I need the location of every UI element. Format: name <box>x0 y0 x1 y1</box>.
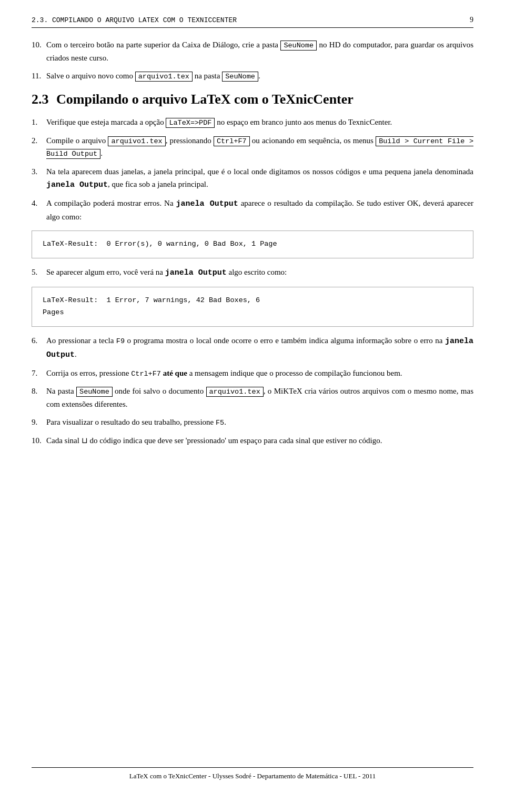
list-item: 11. Salve o arquivo novo como arquivo1.t… <box>32 69 473 83</box>
header-title: 2.3. COMPILANDO O ARQUIVO LATEX COM O TE… <box>32 16 237 24</box>
item-text: Verifique que esteja marcada a opção LaT… <box>46 116 473 129</box>
arquivo1-tex-box-2: arquivo1.tex <box>108 136 165 146</box>
janela-output-ref-4: janela Output <box>46 337 473 359</box>
section-number: 2.3 <box>32 92 49 107</box>
code-block-1: LaTeX-Result: 0 Error(s), 0 warning, 0 B… <box>32 230 473 258</box>
arquivo1-tex-box: arquivo1.tex <box>135 72 193 82</box>
item-text: A compilação poderá mostrar erros. Na ja… <box>46 197 473 223</box>
item-text: Salve o arquivo novo como arquivo1.tex n… <box>46 69 473 83</box>
code-block-2: LaTeX-Result: 1 Error, 7 warnings, 42 Ba… <box>32 287 473 327</box>
section-title: Compilando o arquivo LaTeX com o TeXnicC… <box>56 92 354 107</box>
item-text: Para visualizar o resultado do seu traba… <box>46 416 473 429</box>
list-item: 2. Compile o arquivo arquivo1.tex, press… <box>32 134 473 160</box>
seunome-box-2: SeuNome <box>222 72 258 82</box>
item-text: Compile o arquivo arquivo1.tex, pression… <box>46 134 473 160</box>
item-number: 5. <box>32 266 46 279</box>
list-item: 3. Na tela aparecem duas janelas, a jane… <box>32 165 473 192</box>
main-content: 10. Com o terceiro botão na parte superi… <box>32 38 473 767</box>
ctrl-f7-key: Ctrl+F7 <box>131 370 161 378</box>
item-number: 9. <box>32 416 46 429</box>
f9-key: F9 <box>116 337 125 345</box>
page-footer: LaTeX com o TeXnicCenter - Ulysses Sodré… <box>32 767 473 780</box>
item-text: Cada sinal ⊔ do código indica que deve s… <box>46 434 473 447</box>
item-number: 1. <box>32 116 46 129</box>
header-page-number: 9 <box>470 16 473 24</box>
list-item: 1. Verifique que esteja marcada a opção … <box>32 116 473 129</box>
list-item: 7. Corrija os erros, pressione Ctrl+F7 a… <box>32 367 473 380</box>
item-text: Com o terceiro botão na parte superior d… <box>46 38 473 64</box>
item-text: Se aparecer algum erro, você verá na jan… <box>46 266 473 279</box>
list-item: 6. Ao pressionar a tecla F9 o programa m… <box>32 334 473 362</box>
item-number: 6. <box>32 334 46 362</box>
item-number: 10. <box>32 434 46 447</box>
latex-pdf-box: LaTeX=>PDF <box>166 118 215 128</box>
seunome-box-3: SeuNome <box>76 387 113 397</box>
list-item: 4. A compilação poderá mostrar erros. Na… <box>32 197 473 223</box>
footer-text: LaTeX com o TeXnicCenter - Ulysses Sodré… <box>129 772 376 780</box>
item-number: 8. <box>32 385 46 410</box>
list-item: 10. Com o terceiro botão na parte superi… <box>32 38 473 64</box>
ctrl-f7-box: Ctrl+F7 <box>214 136 250 146</box>
list-item: 8. Na pasta SeuNome onde foi salvo o doc… <box>32 385 473 410</box>
item-number: 2. <box>32 134 46 160</box>
item-number: 4. <box>32 197 46 223</box>
janela-output-ref-1: janela Output <box>46 181 108 189</box>
item-text: Corrija os erros, pressione Ctrl+F7 até … <box>46 367 473 380</box>
janela-output-ref-3: janela Output <box>165 268 227 277</box>
page-header: 2.3. COMPILANDO O ARQUIVO LATEX COM O TE… <box>32 16 473 28</box>
item-text: Na pasta SeuNome onde foi salvo o docume… <box>46 385 473 410</box>
seunome-box-1: SeuNome <box>280 41 317 51</box>
list-item: 10. Cada sinal ⊔ do código indica que de… <box>32 434 473 447</box>
item-number: 7. <box>32 367 46 380</box>
f5-key: F5 <box>216 419 224 427</box>
page: 2.3. COMPILANDO O ARQUIVO LATEX COM O TE… <box>0 0 505 812</box>
item-text: Na tela aparecem duas janelas, a janela … <box>46 165 473 192</box>
item-number: 11. <box>32 69 46 83</box>
item-number: 10. <box>32 38 46 64</box>
list-item: 9. Para visualizar o resultado do seu tr… <box>32 416 473 429</box>
item-text: Ao pressionar a tecla F9 o programa most… <box>46 334 473 362</box>
item-number: 3. <box>32 165 46 192</box>
arquivo1-tex-box-3: arquivo1.tex <box>206 387 264 397</box>
janela-output-ref-2: janela Output <box>176 199 238 208</box>
section-heading: 2.3 Compilando o arquivo LaTeX com o TeX… <box>32 92 473 107</box>
ate-que-text: até que <box>163 369 187 377</box>
list-item: 5. Se aparecer algum erro, você verá na … <box>32 266 473 279</box>
